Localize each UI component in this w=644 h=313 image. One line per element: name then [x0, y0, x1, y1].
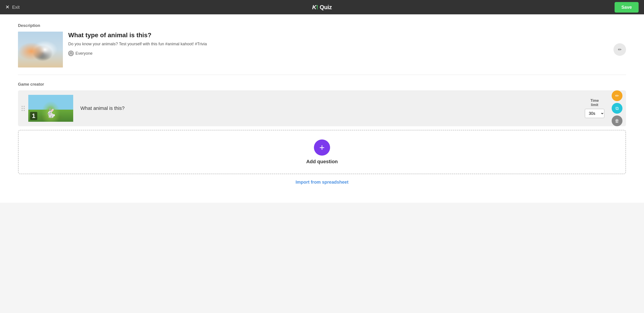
- cat-image: [18, 32, 63, 67]
- question-actions: ✏ ⧉ 🗑: [608, 90, 626, 126]
- drag-dot: [22, 108, 23, 109]
- pencil-icon: ✏: [615, 93, 619, 98]
- main-content: Description What type of animal is this?…: [0, 14, 644, 203]
- drag-dot: [24, 106, 25, 107]
- pencil-icon: ✏: [618, 47, 622, 52]
- audience-badge: Everyone: [68, 51, 608, 56]
- quiz-description: Do you know your animals? Test yourself …: [68, 41, 608, 47]
- drag-dot: [24, 110, 25, 111]
- add-question-label: Add question: [306, 159, 338, 164]
- drag-dot: [24, 108, 25, 109]
- app-title: K! Quiz: [312, 4, 332, 10]
- question-text: What animal is this?: [73, 105, 581, 111]
- game-creator-label: Game creator: [18, 82, 626, 87]
- exit-label: Exit: [12, 5, 20, 10]
- description-section: Description What type of animal is this?…: [18, 23, 626, 67]
- description-info: What type of animal is this? Do you know…: [68, 32, 608, 56]
- section-divider: [18, 75, 626, 75]
- question-row: 1 What animal is this? Timelimit 5s 10s …: [18, 90, 626, 126]
- logo-k: K: [312, 4, 316, 10]
- description-card: What type of animal is this? Do you know…: [18, 32, 626, 67]
- drag-dot: [22, 110, 23, 111]
- exit-button[interactable]: ✕ Exit: [6, 4, 20, 10]
- quiz-title: What type of animal is this?: [68, 32, 608, 39]
- edit-description-button[interactable]: ✏: [614, 43, 626, 56]
- add-question-area[interactable]: + Add question: [18, 130, 626, 174]
- add-question-button[interactable]: +: [314, 140, 330, 156]
- app-header: ✕ Exit K! Quiz Save: [0, 0, 644, 14]
- edit-question-button[interactable]: ✏: [612, 90, 622, 101]
- quiz-thumbnail: [18, 32, 63, 67]
- delete-question-button[interactable]: 🗑: [612, 116, 622, 126]
- description-label: Description: [18, 23, 626, 28]
- drag-handle[interactable]: [18, 106, 28, 111]
- time-limit-select[interactable]: 5s 10s 20s 30s 60s 90s 120s 180s 240s: [585, 109, 604, 118]
- question-number: 1: [30, 112, 37, 120]
- header-center: K! Quiz: [312, 4, 332, 11]
- save-button[interactable]: Save: [614, 2, 638, 12]
- import-spreadsheet-link[interactable]: Import from spreadsheet: [296, 180, 348, 184]
- trash-icon: 🗑: [615, 118, 619, 124]
- audience-label: Everyone: [76, 51, 92, 56]
- plus-icon: +: [319, 143, 324, 153]
- question-thumbnail-wrap: 1: [28, 95, 73, 122]
- game-creator-section: Game creator 1 What animal is this? Time…: [18, 82, 626, 185]
- copy-question-button[interactable]: ⧉: [612, 103, 622, 114]
- import-link-area: Import from spreadsheet: [18, 180, 626, 185]
- drag-dot: [22, 106, 23, 107]
- time-limit-area: Timelimit 5s 10s 20s 30s 60s 90s 120s 18…: [581, 98, 608, 118]
- copy-icon: ⧉: [616, 106, 619, 111]
- time-limit-label: Timelimit: [590, 98, 599, 107]
- audience-icon: [68, 51, 74, 56]
- logo-quiz: Quiz: [318, 4, 332, 10]
- close-icon: ✕: [6, 4, 10, 10]
